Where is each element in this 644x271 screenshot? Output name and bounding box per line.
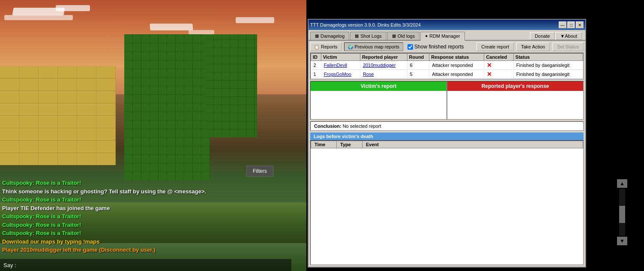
set-status-button[interactable]: Set Status xyxy=(552,42,584,51)
chat-line-9: Player 2010muddigger left the game (Disc… xyxy=(2,246,274,254)
about-button[interactable]: ▼About xyxy=(555,32,582,40)
chat-line-8: Download our maps by typing !maps xyxy=(2,238,274,246)
col-id[interactable]: ID xyxy=(311,54,321,61)
reported-pane-content xyxy=(447,91,583,119)
chat-line-6: Cultspooky: Rose is a Traitor! xyxy=(2,221,274,229)
scroll-up-button[interactable]: ▲ xyxy=(617,179,627,188)
window-title: TTT Damagelogs version 3.9.0. Dinks Edit… xyxy=(310,22,559,27)
maximize-button[interactable]: □ xyxy=(567,21,575,28)
tab-bar: ▦ Damagelog ▦ Shot Logs ▦ Old logs ● RDM… xyxy=(309,30,585,41)
reports-toolbar: 📋 Reports 🌍 Previous map reports Show fi… xyxy=(310,42,584,51)
col-round[interactable]: Round xyxy=(407,54,429,61)
reported-pane-header: Reported player's response xyxy=(447,81,583,91)
cell-reported-2: Rose xyxy=(360,70,407,79)
scroll-track xyxy=(619,189,625,236)
cell-status-2: Finished by daeganislegit xyxy=(513,70,583,79)
logs-col-event[interactable]: Event xyxy=(362,141,583,148)
cell-id-2: 1 xyxy=(311,70,321,79)
tab-oldlogs[interactable]: ▦ Old logs xyxy=(387,32,419,40)
cell-response-2: Attacker responded xyxy=(429,70,484,79)
cell-id-1: 2 xyxy=(311,61,321,70)
cell-response-1: Attacker responded xyxy=(429,61,484,70)
tab-rdmmanager[interactable]: ● RDM Manager xyxy=(420,32,465,41)
victim-link-1[interactable]: FallenDevil xyxy=(324,63,347,68)
prev-map-reports-button[interactable]: 🌍 Previous map reports xyxy=(344,42,404,51)
victim-link-2[interactable]: FrogsGoMoo xyxy=(324,72,351,77)
reported-link-1[interactable]: 2010muddigger xyxy=(363,63,395,68)
prev-map-label: Previous map reports xyxy=(355,44,400,49)
filters-button[interactable]: Filters xyxy=(246,166,273,177)
titlebar-buttons: — □ ✕ xyxy=(559,21,584,28)
chat-line-2: Think someone is hacking or ghosting? Te… xyxy=(2,187,274,196)
ttt-window: TTT Damagelogs version 3.9.0. Dinks Edit… xyxy=(308,19,586,268)
chat-line-5: Cultspooky: Rose is a Traitor! xyxy=(2,212,274,221)
scroll-down-button[interactable]: ▼ xyxy=(617,237,627,245)
chat-scrollbar: ▲ ▼ xyxy=(617,179,628,258)
table-row-1[interactable]: 2 FallenDevil 2010muddigger 6 Attacker r… xyxy=(311,61,583,70)
col-canceled[interactable]: Canceled xyxy=(484,54,513,61)
logs-col-type[interactable]: Type xyxy=(337,141,362,148)
chat-line-1: Cultspooky: Rose is a Traitor! xyxy=(2,179,274,187)
cell-canceled-1: ✕ xyxy=(484,61,513,70)
logs-header: Logs before victim's death xyxy=(310,132,584,140)
canceled-mark-1: ✕ xyxy=(487,62,492,69)
cell-victim-1: FallenDevil xyxy=(321,61,360,70)
conclusion-label: Conclusion: xyxy=(314,123,341,129)
tab-shotlogs[interactable]: ▦ Shot Logs xyxy=(350,32,386,40)
logs-table: Time Type Event xyxy=(311,141,583,148)
tab-damagelog[interactable]: ▦ Damagelog xyxy=(310,32,349,40)
say-bar: Say : xyxy=(0,259,291,271)
rdm-icon: ● xyxy=(425,33,428,38)
show-finished-area: Show finished reports xyxy=(407,44,464,50)
say-label: Say : xyxy=(3,262,16,268)
donate-button[interactable]: Donate xyxy=(530,32,554,40)
chat-line-3: Cultspooky: Rose is a Traitor! xyxy=(2,196,274,204)
conclusion-bar: Conclusion: No selected report xyxy=(310,121,584,131)
reports-tab-label: Reports xyxy=(321,44,338,49)
chat-line-7: Cultspooky: Rose is a Traitor! xyxy=(2,229,274,238)
content-area: 📋 Reports 🌍 Previous map reports Show fi… xyxy=(309,41,585,267)
col-response[interactable]: Response status xyxy=(429,54,484,61)
log-icon: ▦ xyxy=(392,33,396,38)
show-finished-label: Show finished reports xyxy=(414,44,464,50)
reported-pane: Reported player's response xyxy=(447,81,583,119)
tab-damagelog-label: Damagelog xyxy=(321,33,344,39)
victim-pane: Victim's report xyxy=(311,81,446,119)
logs-col-time[interactable]: Time xyxy=(311,141,337,148)
cell-reported-1: 2010muddigger xyxy=(360,61,407,70)
take-action-button[interactable]: Take Action xyxy=(516,42,550,51)
chat-line-4: Player TIE Defender has joined the game xyxy=(2,204,274,213)
cell-round-2: 5 xyxy=(407,70,429,79)
grid-icon: ▦ xyxy=(315,33,319,38)
cell-victim-2: FrogsGoMoo xyxy=(321,70,360,79)
conclusion-text: No selected report xyxy=(343,123,381,129)
victim-pane-content xyxy=(311,91,446,119)
show-finished-checkbox[interactable] xyxy=(407,44,413,50)
minimize-button[interactable]: — xyxy=(559,21,566,28)
logs-table-container: Time Type Event xyxy=(310,140,584,265)
col-status[interactable]: Status xyxy=(513,54,583,61)
reports-data-table: ID Victim Reported player Round Response… xyxy=(311,53,583,79)
cell-round-1: 6 xyxy=(407,61,429,70)
table-row-2[interactable]: 1 FrogsGoMoo Rose 5 Attacker responded ✕… xyxy=(311,70,583,79)
report-split: Victim's report Reported player's respon… xyxy=(310,81,584,120)
tab-rdmmanager-label: RDM Manager xyxy=(429,33,460,39)
cell-status-1: Finished by daeganislegit xyxy=(513,61,583,70)
shot-icon: ▦ xyxy=(355,33,359,38)
canceled-mark-2: ✕ xyxy=(487,71,492,78)
tab-shotlogs-label: Shot Logs xyxy=(360,33,382,39)
cell-canceled-2: ✕ xyxy=(484,70,513,79)
reports-icon: 📋 xyxy=(314,45,319,49)
ttt-titlebar: TTT Damagelogs version 3.9.0. Dinks Edit… xyxy=(309,20,585,30)
chat-log: Cultspooky: Rose is a Traitor! Think som… xyxy=(0,177,276,258)
create-report-button[interactable]: Create report xyxy=(476,42,514,51)
reports-table: ID Victim Reported player Round Response… xyxy=(310,53,584,79)
tab-oldlogs-label: Old logs xyxy=(398,33,415,39)
reported-link-2[interactable]: Rose xyxy=(363,72,374,77)
close-button[interactable]: ✕ xyxy=(576,21,584,28)
reports-tab-button[interactable]: 📋 Reports xyxy=(310,42,341,51)
scroll-thumb[interactable] xyxy=(619,206,625,223)
col-reported[interactable]: Reported player xyxy=(360,54,407,61)
map-icon: 🌍 xyxy=(348,45,353,49)
col-victim[interactable]: Victim xyxy=(321,54,360,61)
